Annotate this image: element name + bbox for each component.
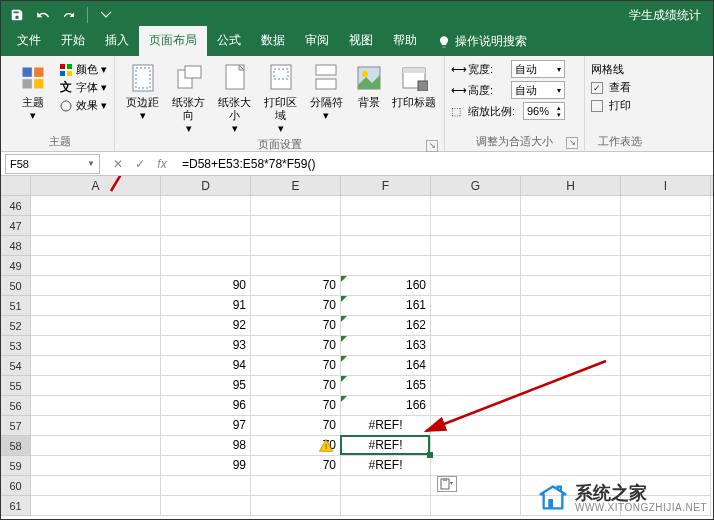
cell[interactable]: [431, 236, 521, 256]
cell[interactable]: 70: [251, 336, 341, 356]
select-all-button[interactable]: [1, 176, 31, 195]
cell[interactable]: 96: [161, 396, 251, 416]
tab-formulas[interactable]: 公式: [207, 26, 251, 56]
row-header[interactable]: 61: [1, 496, 31, 516]
cell[interactable]: [251, 496, 341, 516]
cell[interactable]: [31, 476, 161, 496]
cell[interactable]: [31, 256, 161, 276]
row-header[interactable]: 59: [1, 456, 31, 476]
cell[interactable]: [621, 296, 711, 316]
cell[interactable]: [251, 196, 341, 216]
cell[interactable]: 70: [251, 376, 341, 396]
cell[interactable]: [251, 236, 341, 256]
cell[interactable]: [521, 256, 621, 276]
cell[interactable]: [31, 336, 161, 356]
col-header-F[interactable]: F: [341, 176, 431, 195]
row-header[interactable]: 55: [1, 376, 31, 396]
cell[interactable]: [161, 496, 251, 516]
save-button[interactable]: [7, 5, 27, 25]
tab-help[interactable]: 帮助: [383, 26, 427, 56]
cell[interactable]: [621, 236, 711, 256]
undo-button[interactable]: [33, 5, 53, 25]
cell[interactable]: 92: [161, 316, 251, 336]
row-header[interactable]: 51: [1, 296, 31, 316]
tab-page-layout[interactable]: 页面布局: [139, 26, 207, 56]
row-header[interactable]: 54: [1, 356, 31, 376]
themes-button[interactable]: 主题▾: [11, 60, 55, 122]
margins-button[interactable]: 页边距▾: [121, 60, 165, 122]
row-header[interactable]: 52: [1, 316, 31, 336]
cell[interactable]: [521, 296, 621, 316]
cell[interactable]: [31, 236, 161, 256]
row-header[interactable]: 57: [1, 416, 31, 436]
cell[interactable]: [31, 216, 161, 236]
cell[interactable]: [621, 336, 711, 356]
cell[interactable]: #REF!: [341, 416, 431, 436]
cell[interactable]: [431, 216, 521, 236]
col-header-G[interactable]: G: [431, 176, 521, 195]
orientation-button[interactable]: 纸张方向▾: [167, 60, 211, 135]
cell[interactable]: 97: [161, 416, 251, 436]
cell[interactable]: [31, 356, 161, 376]
row-header[interactable]: 50: [1, 276, 31, 296]
cancel-formula-button[interactable]: ✕: [110, 157, 126, 171]
fill-handle[interactable]: [427, 452, 433, 458]
cell[interactable]: [621, 276, 711, 296]
cell[interactable]: 70: [251, 456, 341, 476]
cell[interactable]: [31, 416, 161, 436]
cell[interactable]: [431, 396, 521, 416]
cell[interactable]: [431, 276, 521, 296]
cell[interactable]: [431, 256, 521, 276]
cell[interactable]: 99: [161, 456, 251, 476]
cell[interactable]: [521, 436, 621, 456]
cell[interactable]: 161: [341, 296, 431, 316]
redo-button[interactable]: [59, 5, 79, 25]
cell[interactable]: [341, 196, 431, 216]
error-trace-icon[interactable]: !: [317, 437, 335, 455]
cell[interactable]: [431, 436, 521, 456]
cell[interactable]: [31, 396, 161, 416]
row-header[interactable]: 46: [1, 196, 31, 216]
row-header[interactable]: 47: [1, 216, 31, 236]
cell[interactable]: [251, 256, 341, 276]
cell[interactable]: [31, 436, 161, 456]
cell[interactable]: [521, 376, 621, 396]
colors-button[interactable]: 颜色 ▾: [59, 62, 107, 77]
cells-grid[interactable]: 9070160917016192701629370163947016495701…: [31, 196, 711, 516]
cell[interactable]: [31, 496, 161, 516]
tab-insert[interactable]: 插入: [95, 26, 139, 56]
cell[interactable]: [31, 456, 161, 476]
cell[interactable]: [161, 196, 251, 216]
cell[interactable]: [521, 276, 621, 296]
cell[interactable]: [31, 376, 161, 396]
cell[interactable]: [621, 416, 711, 436]
cell[interactable]: [621, 376, 711, 396]
cell[interactable]: [431, 316, 521, 336]
cell[interactable]: 98: [161, 436, 251, 456]
tab-view[interactable]: 视图: [339, 26, 383, 56]
insert-function-button[interactable]: fx: [154, 157, 170, 171]
cell[interactable]: [431, 416, 521, 436]
cell[interactable]: [161, 256, 251, 276]
cell[interactable]: #REF!: [341, 436, 431, 456]
cell[interactable]: 94: [161, 356, 251, 376]
cell[interactable]: [621, 256, 711, 276]
scale-dialog-launcher[interactable]: ↘: [566, 137, 578, 149]
print-area-button[interactable]: 打印区域▾: [259, 60, 303, 135]
cell[interactable]: [251, 476, 341, 496]
cell[interactable]: 165: [341, 376, 431, 396]
cell[interactable]: [521, 236, 621, 256]
cell[interactable]: [431, 496, 521, 516]
tab-review[interactable]: 审阅: [295, 26, 339, 56]
cell[interactable]: [431, 196, 521, 216]
tab-file[interactable]: 文件: [7, 26, 51, 56]
col-header-A[interactable]: A: [31, 176, 161, 195]
size-button[interactable]: 纸张大小▾: [213, 60, 257, 135]
row-header[interactable]: 49: [1, 256, 31, 276]
cell[interactable]: [521, 336, 621, 356]
cell[interactable]: [621, 216, 711, 236]
cell[interactable]: [621, 436, 711, 456]
enter-formula-button[interactable]: ✓: [132, 157, 148, 171]
cell[interactable]: 70: [251, 296, 341, 316]
cell[interactable]: [621, 456, 711, 476]
